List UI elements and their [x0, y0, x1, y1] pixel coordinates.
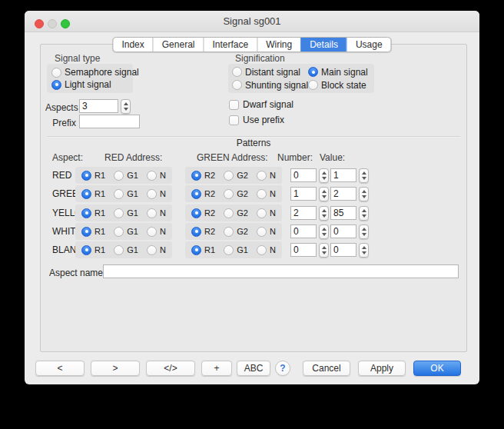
radio-option-g1[interactable]: G1	[114, 208, 138, 218]
tab-interface[interactable]: Interface	[203, 38, 257, 52]
radio-option-r1[interactable]: R1	[81, 189, 105, 199]
radio-option-r1[interactable]: R1	[81, 227, 105, 237]
pattern-number-stepper[interactable]	[319, 187, 329, 201]
pattern-value-input[interactable]	[330, 243, 356, 257]
pattern-value-input[interactable]	[330, 187, 356, 201]
radio-option-label: G1	[237, 245, 248, 254]
radio-option-label: R1	[94, 245, 105, 254]
pattern-value-stepper[interactable]	[359, 224, 369, 239]
abc-button[interactable]: ABC	[237, 361, 270, 376]
pattern-value-stepper[interactable]	[359, 243, 369, 258]
radio-icon	[147, 227, 157, 237]
pattern-number-input[interactable]	[290, 168, 317, 182]
dwarf-signal-checkbox-row[interactable]: Dwarf signal	[229, 99, 293, 110]
radio-option-g2[interactable]: G2	[224, 171, 248, 181]
radio-option-g2[interactable]: G2	[224, 227, 248, 237]
help-button[interactable]: ?	[275, 361, 290, 376]
next-button[interactable]: >	[91, 361, 140, 376]
pattern-number-input[interactable]	[290, 224, 317, 238]
prefix-input[interactable]	[79, 115, 140, 128]
aspect-names-input[interactable]	[103, 264, 459, 278]
radio-option-n[interactable]: N	[147, 208, 166, 218]
radio-option-g1[interactable]: G1	[114, 171, 138, 181]
pattern-number-stepper[interactable]	[319, 243, 329, 258]
tab-details[interactable]: Details	[300, 38, 346, 52]
radio-option-block-state[interactable]: Block state	[308, 80, 370, 91]
aspects-stepper[interactable]	[121, 99, 131, 114]
prev-button[interactable]: <	[35, 361, 85, 376]
radio-icon	[81, 171, 91, 181]
radio-option-n[interactable]: N	[147, 245, 166, 255]
signification-group: Distant signalMain signalShunting signal…	[228, 64, 374, 93]
pattern-value-stepper[interactable]	[359, 168, 369, 183]
radio-option-shunting-signal[interactable]: Shunting signal	[232, 80, 308, 91]
pattern-value-input[interactable]	[330, 224, 356, 238]
dwarf-signal-checkbox[interactable]	[229, 100, 239, 110]
radio-option-r2[interactable]: R2	[191, 208, 215, 218]
pattern-value-input[interactable]	[330, 168, 356, 182]
apply-button[interactable]: Apply	[358, 361, 406, 376]
pattern-number-stepper[interactable]	[319, 224, 329, 239]
cancel-button[interactable]: Cancel	[303, 361, 350, 376]
radio-option-g2[interactable]: G2	[224, 208, 248, 218]
radio-icon	[308, 80, 318, 90]
tab-wiring[interactable]: Wiring	[257, 38, 300, 52]
radio-option-label: G1	[127, 208, 138, 218]
radio-icon	[147, 189, 157, 199]
pattern-number-stepper[interactable]	[319, 168, 329, 183]
radio-option-r2[interactable]: R2	[191, 227, 215, 237]
radio-icon	[191, 245, 201, 255]
radio-icon	[257, 189, 267, 199]
window-title: Signal sg001	[25, 11, 479, 32]
radio-option-r1[interactable]: R1	[81, 171, 105, 181]
radio-icon	[81, 208, 91, 218]
radio-option-g1[interactable]: G1	[224, 245, 248, 255]
radio-option-g1[interactable]: G1	[114, 227, 138, 237]
pattern-number-input[interactable]	[290, 187, 317, 201]
radio-option-r1[interactable]: R1	[191, 245, 215, 255]
code-button[interactable]: </>	[146, 361, 195, 376]
tab-usage[interactable]: Usage	[346, 38, 391, 52]
radio-option-n[interactable]: N	[257, 227, 276, 237]
tab-bar: IndexGeneralInterfaceWiringDetailsUsage	[112, 37, 391, 52]
pattern-number-input[interactable]	[290, 206, 317, 220]
radio-option-label: R2	[204, 227, 215, 236]
ok-button[interactable]: OK	[413, 361, 461, 376]
pattern-number-stepper[interactable]	[319, 206, 329, 221]
radio-option-g1[interactable]: G1	[114, 245, 138, 255]
radio-option-g1[interactable]: G1	[114, 189, 138, 199]
pattern-value-stepper[interactable]	[359, 187, 369, 201]
radio-option-n[interactable]: N	[257, 189, 276, 199]
radio-option-n[interactable]: N	[257, 171, 276, 181]
pattern-value-input[interactable]	[330, 206, 356, 220]
pattern-value-stepper[interactable]	[359, 206, 369, 221]
use-prefix-checkbox[interactable]	[229, 115, 239, 125]
radio-option-n[interactable]: N	[257, 245, 276, 255]
radio-icon	[224, 208, 234, 218]
signal-type-group: Semaphore signalLight signal	[47, 64, 133, 93]
radio-option-g2[interactable]: G2	[224, 189, 248, 199]
radio-option-n[interactable]: N	[147, 189, 166, 199]
radio-option-n[interactable]: N	[257, 208, 276, 218]
radio-option-r1[interactable]: R1	[81, 208, 105, 218]
radio-option-n[interactable]: N	[147, 171, 166, 181]
radio-option-r2[interactable]: R2	[191, 171, 215, 181]
radio-option-light-signal[interactable]: Light signal	[51, 79, 128, 90]
radio-option-semaphore-signal[interactable]: Semaphore signal	[51, 67, 128, 78]
patterns-header-aspect: Aspect:	[52, 152, 83, 163]
radio-option-r2[interactable]: R2	[191, 189, 215, 199]
radio-option-r1[interactable]: R1	[81, 245, 105, 255]
pattern-row: WHITER1G1NR2G2N	[41, 223, 466, 240]
radio-option-n[interactable]: N	[147, 227, 166, 237]
radio-option-distant-signal[interactable]: Distant signal	[232, 67, 308, 78]
screen: { "window": { "title": "Signal sg001" },…	[0, 0, 504, 429]
use-prefix-checkbox-row[interactable]: Use prefix	[229, 115, 284, 125]
aspects-input[interactable]	[79, 99, 118, 113]
tab-index[interactable]: Index	[113, 38, 152, 52]
add-button[interactable]: +	[201, 361, 232, 376]
tab-general[interactable]: General	[153, 38, 204, 52]
titlebar[interactable]: Signal sg001	[25, 11, 479, 32]
pattern-green-address-group: R2G2N	[185, 185, 282, 202]
radio-option-main-signal[interactable]: Main signal	[308, 67, 370, 78]
pattern-number-input[interactable]	[290, 243, 317, 257]
